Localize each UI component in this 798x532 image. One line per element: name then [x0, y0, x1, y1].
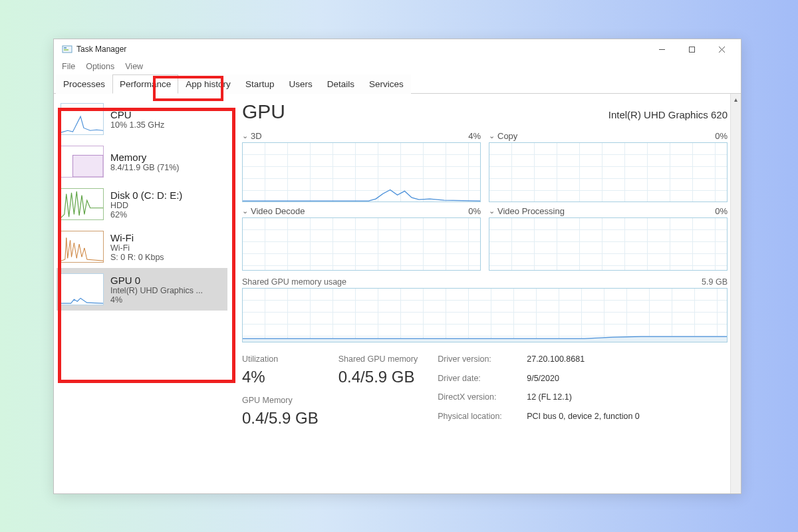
graph-percent: 0% — [715, 131, 728, 141]
graph-percent: 0% — [715, 206, 728, 216]
shared-memory-max: 5.9 GB — [702, 277, 728, 287]
sidebar-item-sub: HDD — [110, 201, 182, 210]
sidebar-item-cpu[interactable]: CPU 10% 1.35 GHz — [57, 98, 227, 140]
engine-graph-copy[interactable]: ⌄Copy0% — [489, 131, 728, 202]
engine-graph-3d[interactable]: ⌄3D4% — [242, 131, 481, 202]
chevron-down-icon: ⌄ — [489, 207, 495, 215]
tab-users[interactable]: Users — [281, 74, 319, 94]
sidebar-item-sub: Wi-Fi — [110, 243, 164, 253]
vertical-scrollbar[interactable]: ▴ — [730, 94, 741, 493]
graph-percent: 0% — [468, 206, 481, 216]
page-title: GPU — [242, 100, 285, 123]
gpu-info-grid: Driver version:27.20.100.8681 Driver dat… — [438, 354, 640, 428]
info-val: 12 (FL 12.1) — [527, 392, 640, 409]
utilization-label: Utilization — [242, 354, 319, 364]
info-key: Driver date: — [438, 374, 517, 390]
svg-rect-7 — [72, 155, 103, 177]
graph-label: Copy — [497, 131, 517, 141]
shared-memory-chart[interactable] — [242, 288, 728, 342]
chevron-down-icon: ⌄ — [489, 132, 495, 140]
tab-performance[interactable]: Performance — [112, 74, 178, 94]
info-key: DirectX version: — [438, 392, 517, 409]
sidebar-item-wifi[interactable]: Wi-Fi Wi-Fi S: 0 R: 0 Kbps — [57, 225, 227, 268]
svg-rect-4 — [690, 47, 695, 52]
wifi-thumbnail-chart — [61, 231, 104, 263]
sidebar-item-memory[interactable]: Memory 8.4/11.9 GB (71%) — [57, 140, 227, 183]
menu-view[interactable]: View — [121, 61, 147, 72]
graph-label: Video Processing — [497, 206, 565, 216]
memory-thumbnail-chart — [61, 146, 104, 178]
maximize-button[interactable] — [677, 40, 707, 59]
tab-startup[interactable]: Startup — [238, 74, 282, 94]
minimize-button[interactable] — [647, 40, 677, 59]
menu-bar: File Options View — [54, 59, 741, 74]
sidebar-item-label: CPU — [110, 109, 164, 120]
gpu-name: Intel(R) UHD Graphics 620 — [608, 109, 728, 120]
gpu-thumbnail-chart — [61, 273, 104, 305]
engine-graph-video-decode[interactable]: ⌄Video Decode0% — [242, 206, 481, 271]
sidebar-item-label: Wi-Fi — [110, 232, 164, 243]
sidebar-item-label: Disk 0 (C: D: E:) — [110, 190, 182, 201]
shared-gpu-memory-label: Shared GPU memory — [338, 354, 418, 364]
sidebar-item-sub2: S: 0 R: 0 Kbps — [110, 253, 164, 262]
utilization-value: 4% — [242, 368, 319, 386]
info-val: 27.20.100.8681 — [527, 354, 640, 371]
tab-strip: Processes Performance App history Startu… — [54, 74, 741, 94]
sidebar-item-gpu[interactable]: GPU 0 Intel(R) UHD Graphics ... 4% — [57, 268, 227, 311]
disk-thumbnail-chart — [61, 188, 104, 220]
graph-percent: 4% — [468, 131, 481, 141]
svg-rect-1 — [64, 47, 66, 49]
info-val: 9/5/2020 — [527, 374, 640, 390]
sidebar-item-sub2: 4% — [110, 295, 203, 305]
sidebar-item-label: GPU 0 — [110, 275, 203, 286]
info-key: Driver version: — [438, 354, 517, 371]
content-area: CPU 10% 1.35 GHz Memory 8.4/11.9 GB (71%… — [54, 94, 741, 493]
sidebar-item-sub: 10% 1.35 GHz — [110, 120, 164, 130]
svg-rect-2 — [64, 49, 68, 51]
engine-graph-video-processing[interactable]: ⌄Video Processing0% — [489, 206, 728, 271]
tab-details[interactable]: Details — [320, 74, 362, 94]
performance-sidebar: CPU 10% 1.35 GHz Memory 8.4/11.9 GB (71%… — [54, 94, 230, 493]
sidebar-item-label: Memory — [110, 152, 180, 163]
shared-gpu-memory-value: 0.4/5.9 GB — [338, 368, 418, 386]
tab-services[interactable]: Services — [362, 74, 411, 94]
gpu-memory-label: GPU Memory — [242, 396, 319, 405]
info-key: Physical location: — [438, 412, 517, 428]
stats-grid: Utilization 4% GPU Memory 0.4/5.9 GB Sha… — [242, 354, 728, 428]
chevron-down-icon: ⌄ — [242, 207, 248, 215]
menu-options[interactable]: Options — [82, 61, 118, 72]
main-panel: GPU Intel(R) UHD Graphics 620 ⌄3D4% ⌄Cop… — [230, 94, 741, 493]
tab-processes[interactable]: Processes — [56, 74, 112, 94]
gpu-memory-value: 0.4/5.9 GB — [242, 409, 319, 428]
window-controls — [647, 40, 737, 59]
titlebar[interactable]: Task Manager — [54, 39, 741, 59]
menu-file[interactable]: File — [58, 61, 79, 72]
sidebar-item-disk[interactable]: Disk 0 (C: D: E:) HDD 62% — [57, 183, 227, 225]
sidebar-item-sub: Intel(R) UHD Graphics ... — [110, 286, 203, 295]
graph-label: 3D — [251, 131, 262, 141]
sidebar-item-sub: 8.4/11.9 GB (71%) — [110, 163, 180, 172]
task-manager-window: Task Manager File Options View Processes… — [53, 39, 741, 494]
close-button[interactable] — [707, 40, 737, 59]
graph-label: Video Decode — [251, 206, 305, 216]
window-title: Task Manager — [76, 45, 126, 54]
app-icon — [62, 44, 72, 55]
scroll-up-icon[interactable]: ▴ — [731, 94, 741, 104]
shared-memory-label: Shared GPU memory usage — [242, 277, 346, 287]
cpu-thumbnail-chart — [61, 103, 104, 135]
tab-app-history[interactable]: App history — [178, 74, 238, 94]
sidebar-item-sub2: 62% — [110, 210, 182, 219]
info-val: PCI bus 0, device 2, function 0 — [527, 412, 640, 428]
chevron-down-icon: ⌄ — [242, 132, 248, 140]
svg-marker-8 — [243, 336, 727, 342]
